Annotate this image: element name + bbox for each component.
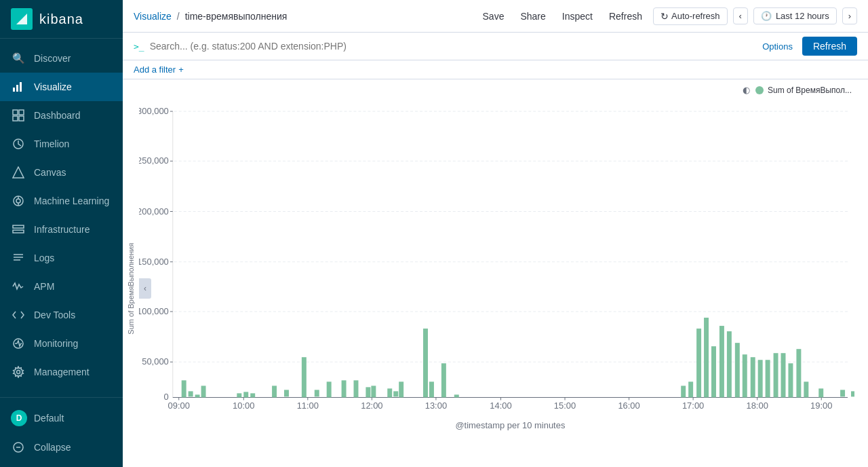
- save-button[interactable]: Save: [477, 8, 510, 24]
- kibana-logo-icon: [11, 8, 33, 30]
- infrastructure-icon: [11, 222, 26, 237]
- kibana-logo-text: kibana: [39, 12, 83, 27]
- bar: [688, 381, 693, 397]
- refresh-button[interactable]: Refresh: [604, 8, 648, 24]
- breadcrumb: Visualize / time-времявыполнения: [134, 11, 477, 22]
- bar: [393, 391, 398, 396]
- sidebar-label-canvas: Canvas: [34, 167, 66, 178]
- sidebar-item-machine-learning[interactable]: Machine Learning: [0, 187, 123, 215]
- bar: [237, 393, 241, 397]
- machine-learning-icon: [11, 193, 26, 208]
- breadcrumb-visualize-link[interactable]: Visualize: [134, 11, 172, 22]
- searchbar: >_ Options Refresh: [123, 33, 868, 60]
- bar: [371, 386, 376, 397]
- sidebar-label-dashboard: Dashboard: [34, 110, 81, 121]
- bar: [696, 329, 701, 397]
- logo[interactable]: kibana: [0, 0, 123, 39]
- svg-text:18:00: 18:00: [746, 400, 768, 411]
- svg-text:15:00: 15:00: [554, 400, 576, 411]
- management-icon: [11, 365, 26, 379]
- bar: [354, 380, 359, 397]
- sidebar-item-logs[interactable]: Logs: [0, 244, 123, 272]
- bar: [840, 390, 845, 396]
- svg-rect-6: [13, 116, 18, 121]
- auto-refresh-button[interactable]: ↻ Auto-refresh: [653, 7, 728, 25]
- bar: [704, 318, 709, 397]
- bar: [272, 386, 277, 397]
- bar: [454, 394, 459, 397]
- svg-text:250,000: 250,000: [139, 155, 169, 166]
- svg-text:10:00: 10:00: [233, 400, 254, 411]
- bar: [243, 392, 248, 397]
- svg-rect-1: [13, 88, 15, 92]
- svg-marker-9: [13, 167, 24, 178]
- svg-text:100,000: 100,000: [139, 306, 169, 316]
- nav-next-button[interactable]: ›: [842, 7, 857, 24]
- bar: [735, 343, 740, 397]
- user-label: Default: [34, 413, 64, 424]
- nav-prev-button[interactable]: ‹: [733, 7, 748, 24]
- bar: [727, 331, 732, 397]
- sidebar-item-dev-tools[interactable]: Dev Tools: [0, 301, 123, 329]
- legend-item: Sum of ВремяВыпол...: [755, 86, 852, 95]
- dev-tools-icon: [11, 307, 26, 322]
- sidebar-item-dashboard[interactable]: Dashboard: [0, 101, 123, 130]
- svg-marker-0: [16, 14, 27, 24]
- bar: [766, 360, 770, 397]
- filterbar: Add a filter +: [123, 60, 868, 79]
- chart-container: Sum of ВремяВыполнения ‹ 300,000 250,000: [123, 98, 868, 467]
- topbar-actions: Save Share Inspect Refresh ↻ Auto-refres…: [477, 7, 857, 25]
- bar: [327, 381, 332, 397]
- sidebar-item-management[interactable]: Management: [0, 358, 123, 386]
- y-axis-label: Sum of ВремяВыполнения: [123, 98, 139, 467]
- svg-text:12:00: 12:00: [361, 400, 382, 411]
- svg-point-10: [16, 199, 20, 203]
- bar: [711, 346, 716, 397]
- svg-text:14:00: 14:00: [490, 400, 511, 411]
- monitoring-icon: [11, 336, 26, 351]
- sidebar-item-infrastructure[interactable]: Infrastructure: [0, 215, 123, 244]
- user-badge[interactable]: D Default: [0, 403, 123, 433]
- bar: [441, 363, 446, 397]
- discover-icon: 🔍: [11, 51, 26, 66]
- sidebar-item-discover[interactable]: 🔍 Discover: [0, 44, 123, 73]
- chart-area: ◐ Sum of ВремяВыпол... Sum of ВремяВыпол…: [123, 79, 868, 467]
- bar: [399, 381, 403, 397]
- add-filter-label: Add a filter: [134, 64, 176, 75]
- bar: [342, 380, 347, 397]
- svg-rect-7: [19, 116, 24, 121]
- sidebar-label-collapse: Collapse: [34, 442, 71, 453]
- sidebar-label-timelion: Timelion: [34, 138, 69, 149]
- chart-legend: ◐ Sum of ВремяВыпол...: [123, 85, 868, 98]
- options-button[interactable]: Options: [758, 40, 797, 53]
- sidebar-item-monitoring[interactable]: Monitoring: [0, 329, 123, 358]
- svg-rect-5: [19, 110, 24, 115]
- sidebar-item-canvas[interactable]: Canvas: [0, 158, 123, 187]
- share-button[interactable]: Share: [515, 8, 551, 24]
- time-range-button[interactable]: 🕐 Last 12 hours: [753, 7, 837, 24]
- chart-inner: ‹ 300,000 250,000 200,000: [139, 98, 868, 467]
- legend-toggle-button[interactable]: ◐: [743, 85, 750, 95]
- inspect-button[interactable]: Inspect: [557, 8, 598, 24]
- search-refresh-button[interactable]: Refresh: [802, 37, 857, 56]
- bar: [743, 354, 747, 397]
- bar: [182, 380, 186, 397]
- add-filter-icon: +: [178, 64, 184, 75]
- svg-text:200,000: 200,000: [139, 206, 169, 216]
- bar: [315, 390, 319, 396]
- add-filter-button[interactable]: Add a filter +: [134, 64, 184, 75]
- sidebar-label-logs: Logs: [34, 253, 54, 263]
- bar: [366, 387, 370, 397]
- sidebar-label-monitoring: Monitoring: [34, 338, 78, 349]
- search-input[interactable]: [150, 41, 753, 52]
- legend-label: Sum of ВремяВыпол...: [768, 86, 852, 95]
- breadcrumb-current: time-времявыполнения: [185, 11, 288, 22]
- sidebar-item-timelion[interactable]: Timelion: [0, 130, 123, 158]
- chart-collapse-button[interactable]: ‹: [139, 278, 151, 299]
- sidebar-item-apm[interactable]: APM: [0, 272, 123, 301]
- time-label: Last 12 hours: [776, 11, 829, 21]
- sidebar-item-visualize[interactable]: Visualize: [0, 73, 123, 101]
- sidebar-item-collapse[interactable]: Collapse: [0, 433, 123, 462]
- bar: [796, 349, 801, 397]
- svg-text:09:00: 09:00: [168, 400, 190, 411]
